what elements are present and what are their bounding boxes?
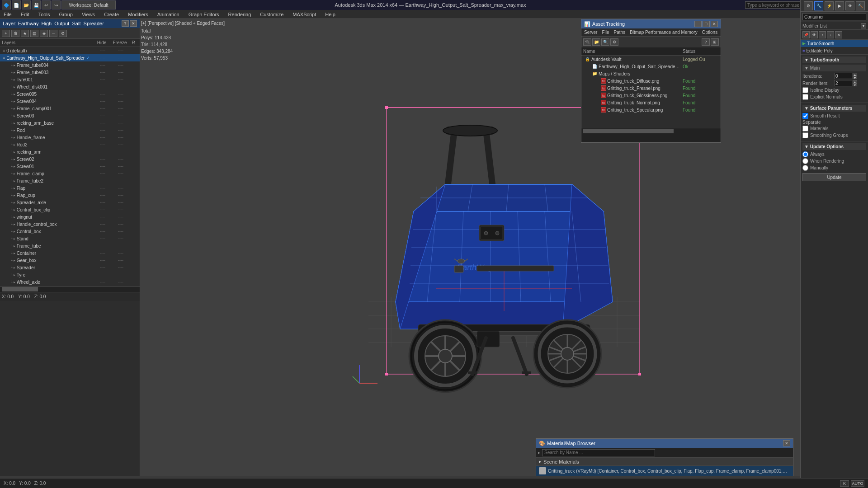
mod-icon-delete[interactable]: ✕ xyxy=(835,31,842,38)
asset-tracking-close[interactable]: ✕ xyxy=(711,21,718,27)
when-rendering-radio[interactable] xyxy=(802,158,808,164)
layer-item-3[interactable]: └▸ Frame_tube003 ---- ---- xyxy=(0,69,140,76)
mod-icon-show[interactable]: 👁 xyxy=(811,31,818,38)
layer-item-27[interactable]: └▸ Frame_tube ---- ---- xyxy=(0,242,140,249)
iterations-input[interactable] xyxy=(834,73,852,79)
layer-item-9[interactable]: └▸ Screw03 ---- ---- xyxy=(0,112,140,119)
redo-btn[interactable]: ↪ xyxy=(52,0,61,9)
workspace-dropdown[interactable]: Workspace: Default xyxy=(61,0,116,9)
layer-btn-new[interactable]: + xyxy=(2,30,10,37)
update-button[interactable]: Update xyxy=(802,173,866,181)
render-iters-input[interactable] xyxy=(834,80,852,86)
layer-item-22[interactable]: └▸ Control_box_clip ---- ---- xyxy=(0,206,140,213)
layer-btn-select-obj[interactable]: ◈ xyxy=(40,30,48,37)
layer-window-close[interactable]: ✕ xyxy=(130,20,137,27)
modify-panel-btn[interactable]: 🔧 xyxy=(814,1,823,10)
mod-icon-pin[interactable]: 📌 xyxy=(802,31,810,38)
layer-item-10[interactable]: └▸ rocking_arm_base ---- ---- xyxy=(0,119,140,127)
menu-tools[interactable]: Tools xyxy=(37,12,52,17)
create-panel-btn[interactable]: ⚙ xyxy=(804,1,813,10)
layer-btn-select-layer[interactable]: ▤ xyxy=(30,30,38,37)
modifier-turbosmooth[interactable]: ▶ TurboSmooth xyxy=(801,40,868,47)
asset-menu-options[interactable]: Options xyxy=(702,30,717,35)
app-icon[interactable]: 🔷 xyxy=(2,0,11,9)
container-name-field[interactable] xyxy=(802,13,866,20)
asset-item-0[interactable]: 🔒 Autodesk Vault Logged Ou xyxy=(581,56,721,63)
layer-btn-active[interactable]: ★ xyxy=(21,30,29,37)
mod-icon-up[interactable]: ↑ xyxy=(819,31,826,38)
layer-item-2[interactable]: └▸ Frame_tube004 ---- ---- xyxy=(0,61,140,69)
menu-help[interactable]: Help xyxy=(323,12,337,17)
asset-menu-file[interactable]: File xyxy=(602,30,609,35)
layer-item-14[interactable]: └▸ rocking_arm ---- ---- xyxy=(0,148,140,155)
material-item[interactable]: Gritting_truck (VRayMtl) [Container, Con… xyxy=(536,466,793,476)
layer-item-17[interactable]: └▸ Frame_clamp ---- ---- xyxy=(0,170,140,177)
smooth-result-checkbox[interactable] xyxy=(802,113,808,119)
menu-file[interactable]: File xyxy=(2,12,14,17)
menu-create[interactable]: Create xyxy=(102,12,121,17)
layer-item-26[interactable]: └▸ Stand ---- ---- xyxy=(0,235,140,242)
always-radio[interactable] xyxy=(802,151,808,157)
layer-item-30[interactable]: └▸ Spreader ---- ---- xyxy=(0,264,140,271)
layer-item-6[interactable]: └▸ Screw005 ---- ---- xyxy=(0,90,140,98)
layer-btn-delete[interactable]: 🗑 xyxy=(11,30,19,37)
modifier-editable-poly[interactable]: ■ Editable Poly xyxy=(801,47,868,54)
manually-radio[interactable] xyxy=(802,165,808,171)
menu-group[interactable]: Group xyxy=(57,12,75,17)
asset-tracking-maximize[interactable]: □ xyxy=(703,21,710,27)
menu-views[interactable]: Views xyxy=(80,12,97,17)
layer-item-20[interactable]: └▸ Flap_cup ---- ---- xyxy=(0,192,140,199)
asset-btn-help[interactable]: ? xyxy=(702,38,710,46)
iterations-up[interactable]: ▲ xyxy=(853,73,857,76)
motion-btn[interactable]: ▶ xyxy=(835,1,844,10)
asset-menu-bitmap[interactable]: Bitmap Performance and Memory xyxy=(630,30,698,35)
viewport[interactable]: [+] [Perspective] [Shaded + Edged Faces]… xyxy=(140,19,868,476)
status-auto-btn[interactable]: AUTO xyxy=(851,480,864,487)
asset-menu-server[interactable]: Server xyxy=(584,30,597,35)
layer-scrollbar-h[interactable] xyxy=(0,286,140,292)
layer-item-32[interactable]: └▸ Wheel_axle ---- ---- xyxy=(0,278,140,286)
isoline-checkbox[interactable] xyxy=(802,87,808,93)
layer-btn-settings[interactable]: ⚙ xyxy=(59,30,67,37)
layer-item-21[interactable]: └▸ Spreader_axle ---- ---- xyxy=(0,199,140,206)
asset-tracking-minimize[interactable]: _ xyxy=(694,21,702,27)
layer-item-11[interactable]: └▸ Rod ---- ---- xyxy=(0,127,140,134)
asset-btn-expand[interactable]: ⊞ xyxy=(711,38,719,46)
layer-item-29[interactable]: └▸ Gear_box ---- ---- xyxy=(0,257,140,264)
render-iters-down[interactable]: ▼ xyxy=(853,83,857,86)
explicit-normals-checkbox[interactable] xyxy=(802,94,808,100)
layer-item-23[interactable]: └▸ wingnut ---- ---- xyxy=(0,213,140,221)
layer-item-4[interactable]: └▸ Tyre001 ---- ---- xyxy=(0,76,140,83)
iterations-down[interactable]: ▼ xyxy=(853,76,857,79)
layer-item-12[interactable]: └▸ Handle_frame ---- ---- xyxy=(0,134,140,141)
layer-item-13[interactable]: └▸ Rod2 ---- ---- xyxy=(0,141,140,148)
undo-btn[interactable]: ↩ xyxy=(42,0,51,9)
menu-animation[interactable]: Animation xyxy=(156,12,181,17)
layer-item-8[interactable]: └▸ Frame_clamp001 ---- ---- xyxy=(0,105,140,112)
layer-item-15[interactable]: └▸ Screw02 ---- ---- xyxy=(0,155,140,163)
utilities-btn[interactable]: 🔨 xyxy=(856,1,865,10)
asset-item-5[interactable]: tx Gritting_truck_Glossiness.png Found xyxy=(581,92,721,99)
material-search-input[interactable] xyxy=(542,449,655,456)
asset-item-7[interactable]: tx Gritting_truck_Specular.png Found xyxy=(581,106,721,113)
menu-rendering[interactable]: Rendering xyxy=(226,12,253,17)
layer-item-0[interactable]: ≡ 0 (default) ---- ---- xyxy=(0,47,140,54)
asset-item-4[interactable]: tx Gritting_truck_Fresnel.png Found xyxy=(581,84,721,92)
asset-item-1[interactable]: 📄 Earthway_High_Output_Salt_Spreader_max… xyxy=(581,63,721,70)
smoothing-groups-checkbox[interactable] xyxy=(802,132,808,138)
layer-item-24[interactable]: └▸ Handle_control_box ---- ---- xyxy=(0,221,140,228)
status-key-btn[interactable]: K xyxy=(840,480,849,487)
layer-item-31[interactable]: └▸ Tyre ---- ---- xyxy=(0,271,140,278)
modifier-list-dropdown[interactable]: ▼ xyxy=(861,23,866,28)
layer-item-5[interactable]: └▸ Wheel_disk001 ---- ---- xyxy=(0,83,140,90)
asset-item-6[interactable]: tx Gritting_truck_Normal.png Found xyxy=(581,99,721,106)
layer-item-1[interactable]: ≡ Earthway_High_Output_Salt_Spreader ✓ -… xyxy=(0,54,140,61)
asset-btn-1[interactable]: 🔌 xyxy=(583,38,591,46)
render-iters-up[interactable]: ▲ xyxy=(853,80,857,83)
hierarchy-btn[interactable]: ⚡ xyxy=(825,1,834,10)
menu-modifiers[interactable]: Modifiers xyxy=(126,12,150,17)
open-btn[interactable]: 📂 xyxy=(22,0,31,9)
asset-scrollbar-h[interactable] xyxy=(581,128,721,133)
layer-window-help[interactable]: ? xyxy=(122,20,129,27)
asset-item-2[interactable]: 📁 Maps / Shaders xyxy=(581,70,721,77)
